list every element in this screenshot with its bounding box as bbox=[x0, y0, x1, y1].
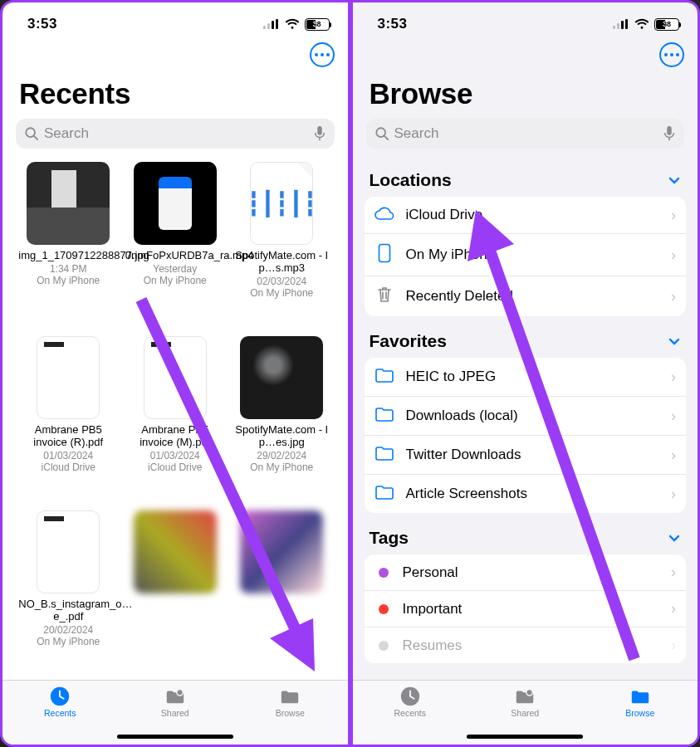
locations-list: iCloud Drive › On My iPhone › Recently D… bbox=[365, 197, 687, 316]
search-input[interactable] bbox=[44, 125, 308, 142]
chevron-right-icon: › bbox=[671, 207, 676, 224]
file-location: iCloud Drive bbox=[42, 461, 95, 473]
file-item[interactable]: SpotifyMate.com - I p…es.jpg 29/02/2024 … bbox=[231, 336, 333, 505]
row-label: iCloud Drive bbox=[406, 207, 660, 223]
row-favorite[interactable]: Twitter Downloads › bbox=[365, 436, 687, 475]
file-item[interactable]: 0nmFoPxURDB7a_ra.mp4 Yesterday On My iPh… bbox=[125, 162, 227, 331]
file-meta: 01/03/2024 bbox=[43, 450, 93, 461]
folder-icon bbox=[374, 367, 394, 387]
file-item[interactable]: img_1_1709712288877.jpg 1:34 PM On My iP… bbox=[17, 162, 120, 331]
tab-label: Recents bbox=[394, 708, 426, 718]
svg-rect-12 bbox=[379, 245, 389, 262]
chevron-right-icon: › bbox=[671, 600, 676, 618]
search-field[interactable] bbox=[366, 119, 685, 149]
file-item[interactable]: NO_B.s_instagram_o…e_.pdf 20/02/2024 On … bbox=[17, 510, 120, 680]
file-thumb bbox=[37, 510, 100, 593]
row-favorite[interactable]: Article Screenshots › bbox=[365, 475, 687, 513]
row-icloud-drive[interactable]: iCloud Drive › bbox=[365, 197, 687, 234]
mic-icon[interactable] bbox=[663, 125, 676, 142]
section-header-favorites[interactable]: Favorites bbox=[353, 320, 698, 358]
mic-icon[interactable] bbox=[313, 125, 326, 142]
search-icon bbox=[374, 126, 389, 141]
search-icon bbox=[24, 126, 39, 141]
page-title: Browse bbox=[353, 67, 698, 119]
row-label: Article Screenshots bbox=[406, 486, 660, 502]
tab-recents[interactable]: Recents bbox=[22, 686, 97, 718]
chevron-down-icon bbox=[668, 531, 681, 544]
row-tag[interactable]: Important › bbox=[365, 591, 687, 627]
tab-shared[interactable]: Shared bbox=[487, 686, 562, 718]
page-title: Recents bbox=[2, 67, 348, 119]
file-name: Ambrane PB5 invoice (R).pdf bbox=[18, 424, 118, 449]
row-tag[interactable]: Personal › bbox=[365, 554, 687, 591]
file-thumb bbox=[27, 162, 110, 245]
row-recently-deleted[interactable]: Recently Deleted › bbox=[365, 276, 687, 316]
row-label: Important bbox=[403, 601, 660, 618]
tab-label: Browse bbox=[625, 708, 654, 718]
tab-label: Shared bbox=[511, 708, 539, 718]
file-name: SpotifyMate.com - I p…s.mp3 bbox=[232, 250, 331, 275]
folder-icon bbox=[374, 484, 394, 504]
file-name: SpotifyMate.com - I p…es.jpg bbox=[232, 424, 331, 449]
wifi-icon bbox=[634, 18, 649, 30]
tab-bar: Recents Shared Browse bbox=[353, 680, 698, 745]
file-thumb bbox=[144, 336, 207, 419]
phone-browse: 3:53 38 Browse Locations iCloud Drive › bbox=[353, 2, 698, 745]
chevron-down-icon bbox=[668, 173, 681, 187]
file-meta: 20/02/2024 bbox=[43, 624, 93, 636]
tag-color-dot bbox=[379, 641, 389, 651]
tab-shared[interactable]: Shared bbox=[138, 686, 213, 718]
file-meta: 01/03/2024 bbox=[150, 450, 200, 461]
file-thumb bbox=[134, 162, 217, 245]
row-label: Downloads (local) bbox=[406, 408, 660, 424]
row-label: Recently Deleted bbox=[406, 288, 660, 305]
section-title: Favorites bbox=[370, 331, 447, 351]
tab-browse[interactable]: Browse bbox=[603, 686, 678, 718]
tag-color-dot bbox=[379, 604, 389, 614]
tab-label: Browse bbox=[276, 708, 305, 718]
search-field[interactable] bbox=[16, 119, 335, 149]
recents-grid: img_1_1709712288877.jpg 1:34 PM On My iP… bbox=[2, 159, 348, 680]
row-tag[interactable]: Resumes › bbox=[365, 627, 687, 663]
svg-rect-2 bbox=[317, 126, 321, 135]
chevron-down-icon bbox=[668, 334, 681, 348]
svg-line-1 bbox=[34, 136, 37, 139]
status-bar: 3:53 38 bbox=[2, 2, 348, 39]
svg-rect-10 bbox=[667, 126, 671, 135]
more-button[interactable] bbox=[310, 42, 335, 67]
section-header-locations[interactable]: Locations bbox=[353, 159, 698, 197]
tags-list: Personal › Important › Resumes › bbox=[365, 554, 687, 663]
folder-person-icon bbox=[513, 686, 536, 707]
file-thumb bbox=[134, 510, 217, 593]
status-icons: 38 bbox=[613, 18, 679, 31]
row-label: On My iPhone bbox=[406, 247, 660, 263]
two-phones: 3:53 38 Recents img_1_1709712288877.jpg … bbox=[0, 0, 700, 747]
status-time: 3:53 bbox=[27, 16, 57, 32]
row-label: HEIC to JPEG bbox=[406, 369, 660, 385]
file-item[interactable]: Ambrane PB5 invoice (M).pdf 01/03/2024 i… bbox=[125, 336, 227, 505]
home-indicator[interactable] bbox=[467, 735, 583, 739]
more-button[interactable] bbox=[659, 42, 684, 67]
row-favorite[interactable]: HEIC to JPEG › bbox=[365, 358, 687, 397]
file-meta: 02/03/2024 bbox=[257, 276, 306, 287]
search-input[interactable] bbox=[394, 125, 658, 142]
tab-recents[interactable]: Recents bbox=[373, 686, 448, 718]
file-location: On My iPhone bbox=[250, 287, 313, 299]
tab-label: Shared bbox=[161, 708, 189, 718]
chevron-right-icon: › bbox=[671, 637, 676, 654]
file-item[interactable] bbox=[125, 510, 227, 680]
folder-icon bbox=[278, 686, 301, 707]
row-favorite[interactable]: Downloads (local) › bbox=[365, 397, 687, 436]
home-indicator[interactable] bbox=[117, 735, 233, 739]
file-item[interactable]: Ambrane PB5 invoice (R).pdf 01/03/2024 i… bbox=[17, 336, 120, 505]
clock-icon bbox=[399, 686, 422, 707]
file-item[interactable] bbox=[231, 510, 333, 680]
row-on-my-iphone[interactable]: On My iPhone › bbox=[365, 234, 687, 276]
tab-bar: Recents Shared Browse bbox=[2, 680, 348, 745]
section-title: Tags bbox=[370, 528, 409, 548]
tab-browse[interactable]: Browse bbox=[252, 686, 327, 718]
section-header-tags[interactable]: Tags bbox=[353, 516, 698, 554]
file-item[interactable]: ┇┃┇┃┇ SpotifyMate.com - I p…s.mp3 02/03/… bbox=[231, 162, 333, 331]
chevron-right-icon: › bbox=[671, 447, 676, 464]
trash-icon bbox=[374, 286, 394, 307]
